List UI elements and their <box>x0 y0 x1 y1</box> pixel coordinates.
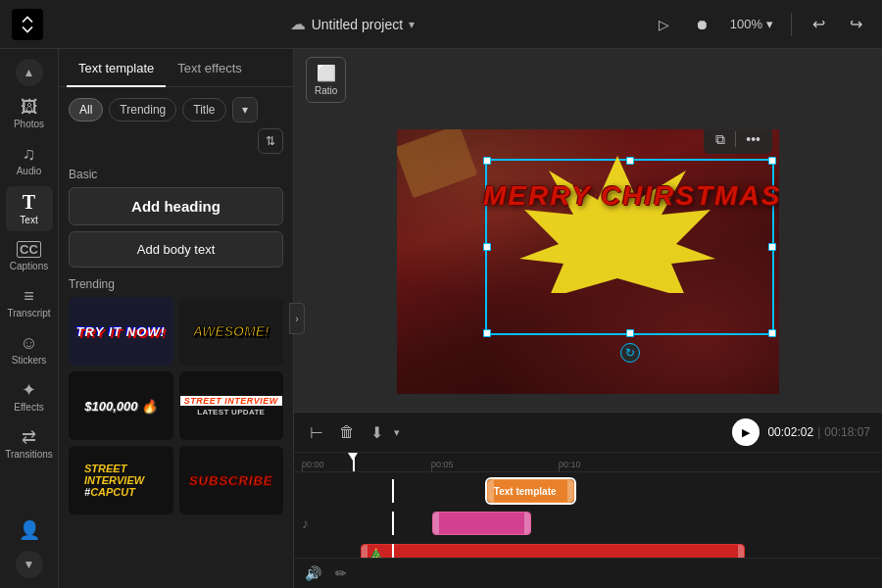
ratio-button[interactable]: ⬜ Ratio <box>306 57 346 103</box>
handle-mid-right[interactable] <box>768 243 776 251</box>
sidebar-item-text[interactable]: T Text <box>6 186 53 231</box>
zoom-chevron: ▾ <box>766 17 773 31</box>
sidebar-item-photos[interactable]: 🖼 Photos <box>6 92 53 135</box>
template-try-it-now[interactable]: TRY IT NOW! <box>69 297 173 366</box>
ratio-label: Ratio <box>315 85 337 96</box>
record-button[interactable]: ⏺ <box>687 10 716 39</box>
sidebar-scroll-down[interactable]: ▼ <box>16 551 43 578</box>
filter-dropdown-button[interactable]: ▾ <box>232 97 258 122</box>
effects-icon: ✦ <box>22 381 36 399</box>
panel-content: Basic Add heading Add body text Trending… <box>59 160 293 588</box>
sidebar-item-transitions[interactable]: ⇄ Transitions <box>6 422 53 466</box>
sidebar-item-collab[interactable]: 👤 <box>6 515 53 545</box>
clip-left-handle[interactable] <box>488 480 494 502</box>
sidebar-item-transcript[interactable]: ≡ Transcript <box>6 281 53 324</box>
ruler-line-5 <box>431 466 432 471</box>
play-button[interactable]: ▶ <box>732 418 760 446</box>
handle-top-right[interactable] <box>768 157 776 165</box>
edit-button[interactable]: ✏ <box>332 563 350 584</box>
handle-bottom-left[interactable] <box>483 329 491 337</box>
sidebar-item-photos-label: Photos <box>14 119 44 129</box>
download-chevron[interactable]: ▾ <box>390 422 404 443</box>
panel-tabs: Text template Text effects <box>59 49 293 87</box>
collab-icon: 👤 <box>19 521 40 539</box>
cloud-save-icon: ☁ <box>290 15 306 33</box>
sidebar-scroll-up[interactable]: ▲ <box>16 59 43 86</box>
sidebar-item-transcript-label: Transcript <box>7 308 50 318</box>
trim-icon-button[interactable]: ⊢ <box>306 419 327 446</box>
ratio-icon: ⬜ <box>317 64 336 82</box>
project-title-chevron[interactable]: ▾ <box>409 18 415 31</box>
video-thumbnail-emoji: 🎄 <box>368 548 384 558</box>
template-subscribe[interactable]: SUBSCRIBE <box>179 446 284 514</box>
zoom-control[interactable]: 100% ▾ <box>724 13 779 35</box>
icon-sidebar: ▲ 🖼 Photos ♫ Audio T Text CC Captions ≡ … <box>0 49 59 588</box>
handle-bottom-right[interactable] <box>768 329 776 337</box>
download-button[interactable]: ⬇ <box>367 419 387 446</box>
template-street-interview[interactable]: STREET INTERVIEW LATEST UPDATE <box>179 371 284 440</box>
filter-trending-button[interactable]: Trending <box>109 98 176 122</box>
template-awesome[interactable]: AWESOME! <box>179 297 284 366</box>
sidebar-item-effects[interactable]: ✦ Effects <box>6 375 53 418</box>
svg-marker-0 <box>519 156 715 293</box>
canvas-top-bar: ⬜ Ratio <box>294 49 882 111</box>
canvas-viewport[interactable]: MERRY CHIRSTMAS ↻ ⧉ ••• <box>294 111 882 412</box>
filter-title-button[interactable]: Title <box>182 98 225 122</box>
burst-svg <box>470 151 764 293</box>
clip-right-handle[interactable] <box>567 480 573 502</box>
timeline-ruler: 00:00 00:05 00:10 <box>294 453 882 472</box>
undo-button[interactable]: ↩ <box>804 10 833 39</box>
tab-text-template[interactable]: Text template <box>67 49 166 87</box>
add-heading-button[interactable]: Add heading <box>69 187 283 225</box>
ruler-mark-5: 00:05 <box>431 460 454 469</box>
timeline-tracks: Text template ♪ <box>294 472 882 558</box>
canvas-frame: MERRY CHIRSTMAS ↻ ⧉ ••• <box>397 129 779 394</box>
track-playhead <box>392 479 394 503</box>
filter-dropdown-icon: ▾ <box>242 103 248 117</box>
christmas-text: MERRY CHIRSTMAS <box>483 180 779 212</box>
cursor-mode-button[interactable]: ▷ <box>650 10 679 39</box>
track-row-video: 🎄 <box>294 541 882 558</box>
sidebar-item-captions[interactable]: CC Captions <box>6 235 53 277</box>
app-logo[interactable] <box>12 9 43 40</box>
redo-button[interactable]: ↪ <box>841 10 870 39</box>
sidebar-item-stickers[interactable]: ☺ Stickers <box>6 328 53 371</box>
project-title[interactable]: Untitled project <box>312 17 403 32</box>
ruler-line-0 <box>302 466 303 471</box>
clip-video-right-handle[interactable] <box>738 545 744 558</box>
add-body-button[interactable]: Add body text <box>69 231 283 268</box>
track-area-video: 🎄 <box>333 544 882 558</box>
sidebar-item-audio[interactable]: ♫ Audio <box>6 139 53 182</box>
clip-audio[interactable] <box>432 512 531 535</box>
copy-button[interactable]: ⧉ <box>711 129 729 150</box>
template-street-capcut[interactable]: STREET INTERVIEW #CAPCUT <box>69 446 173 514</box>
filter-sort-icon: ⇅ <box>266 134 275 148</box>
filter-all-button[interactable]: All <box>69 98 103 122</box>
sidebar-item-captions-label: Captions <box>10 261 48 271</box>
topbar: ☁ Untitled project ▾ ▷ ⏺ 100% ▾ ↩ ↪ <box>0 0 882 49</box>
basic-buttons: Add heading Add body text <box>69 187 283 268</box>
total-time: 00:18:07 <box>824 425 870 439</box>
delete-button[interactable]: 🗑 <box>335 419 359 445</box>
handle-bottom-center[interactable] <box>626 329 634 337</box>
clip-video-left-handle[interactable] <box>362 545 368 558</box>
rotate-handle[interactable]: ↻ <box>620 343 640 363</box>
volume-button[interactable]: 🔊 <box>302 563 324 584</box>
timeline-controls: ⊢ 🗑 ⬇ ▾ ▶ 00:02:02 | 00:18:07 <box>294 413 882 453</box>
clip-video[interactable]: 🎄 <box>361 544 745 558</box>
time-separator: | <box>817 425 820 439</box>
template-grid: TRY IT NOW! AWESOME! $100,000 🔥 STREET I… <box>69 297 283 514</box>
tab-text-effects[interactable]: Text effects <box>166 49 254 87</box>
more-options-button[interactable]: ••• <box>742 129 764 149</box>
photos-icon: 🖼 <box>21 98 38 116</box>
panel-collapse-button[interactable]: › <box>289 303 305 334</box>
text-panel: Text template Text effects All Trending … <box>59 49 294 588</box>
clip-audio-right-handle[interactable] <box>524 513 530 534</box>
captions-icon: CC <box>17 241 41 258</box>
template-money[interactable]: $100,000 🔥 <box>69 371 173 440</box>
filter-sort-button[interactable]: ⇅ <box>258 128 283 154</box>
panel-filters: All Trending Title ▾ ⇅ <box>59 87 293 160</box>
clip-text-template[interactable]: Text template <box>487 479 575 503</box>
sidebar-item-effects-label: Effects <box>14 402 43 413</box>
clip-audio-left-handle[interactable] <box>433 513 439 534</box>
